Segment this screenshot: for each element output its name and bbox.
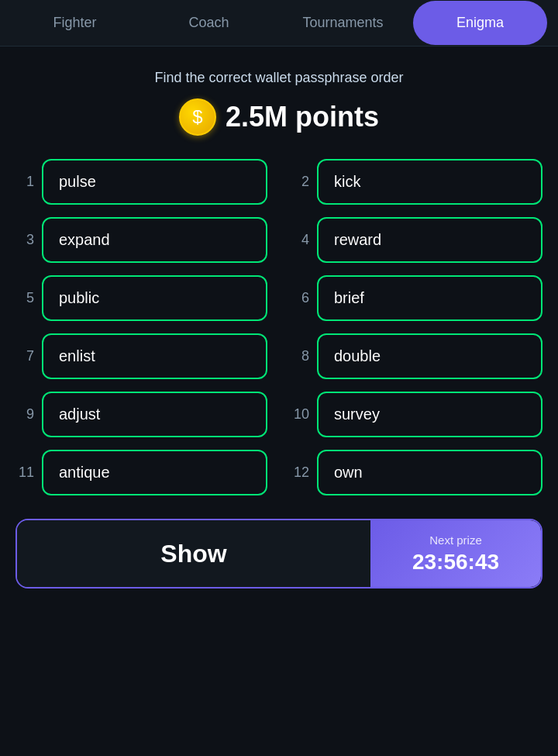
instruction-text: Find the correct wallet passphrase order bbox=[154, 70, 403, 86]
show-button[interactable]: Show bbox=[17, 520, 370, 587]
word-box[interactable]: pulse bbox=[42, 159, 267, 205]
word-row: 7enlist bbox=[16, 333, 267, 379]
word-box[interactable]: own bbox=[317, 450, 542, 495]
word-number: 6 bbox=[291, 290, 309, 306]
word-number: 4 bbox=[291, 232, 309, 248]
nav-bar: Fighter Coach Tournaments Enigma bbox=[0, 0, 558, 47]
nav-item-coach[interactable]: Coach bbox=[142, 1, 276, 45]
word-row: 10survey bbox=[291, 392, 542, 437]
words-grid: 1pulse2kick3expand4reward5public6brief7e… bbox=[16, 159, 542, 495]
word-row: 5public bbox=[16, 275, 267, 321]
word-box[interactable]: antique bbox=[42, 450, 267, 495]
nav-item-tournaments[interactable]: Tournaments bbox=[276, 1, 410, 45]
word-box[interactable]: adjust bbox=[42, 392, 267, 437]
word-row: 8double bbox=[291, 333, 542, 379]
word-number: 9 bbox=[16, 406, 34, 423]
points-row: $ 2.5M points bbox=[179, 98, 379, 136]
bottom-bar: Show Next prize 23:56:43 bbox=[16, 519, 542, 589]
word-number: 8 bbox=[291, 348, 309, 364]
word-box[interactable]: reward bbox=[317, 217, 542, 263]
word-row: 11antique bbox=[16, 450, 267, 495]
word-row: 2kick bbox=[291, 159, 542, 205]
next-prize-panel: Next prize 23:56:43 bbox=[370, 520, 541, 587]
word-number: 1 bbox=[16, 174, 34, 190]
word-box[interactable]: kick bbox=[317, 159, 542, 205]
word-row: 3expand bbox=[16, 217, 267, 263]
word-box[interactable]: brief bbox=[317, 275, 542, 321]
next-prize-label: Next prize bbox=[429, 533, 482, 547]
word-number: 7 bbox=[16, 348, 34, 364]
word-row: 4reward bbox=[291, 217, 542, 263]
word-number: 12 bbox=[291, 464, 309, 481]
nav-item-fighter[interactable]: Fighter bbox=[8, 1, 142, 45]
coin-symbol: $ bbox=[192, 106, 202, 128]
word-row: 1pulse bbox=[16, 159, 267, 205]
word-row: 9adjust bbox=[16, 392, 267, 437]
word-box[interactable]: survey bbox=[317, 392, 542, 437]
word-box[interactable]: enlist bbox=[42, 333, 267, 379]
word-row: 12own bbox=[291, 450, 542, 495]
word-number: 10 bbox=[291, 406, 309, 423]
word-number: 5 bbox=[16, 290, 34, 306]
word-box[interactable]: expand bbox=[42, 217, 267, 263]
word-row: 6brief bbox=[291, 275, 542, 321]
word-number: 11 bbox=[16, 464, 34, 481]
coin-icon: $ bbox=[179, 98, 216, 136]
nav-item-enigma[interactable]: Enigma bbox=[413, 1, 547, 45]
word-number: 3 bbox=[16, 232, 34, 248]
word-box[interactable]: double bbox=[317, 333, 542, 379]
word-number: 2 bbox=[291, 174, 309, 190]
next-prize-timer: 23:56:43 bbox=[412, 550, 499, 575]
main-content: Find the correct wallet passphrase order… bbox=[0, 47, 558, 604]
word-box[interactable]: public bbox=[42, 275, 267, 321]
points-text: 2.5M points bbox=[226, 101, 379, 133]
